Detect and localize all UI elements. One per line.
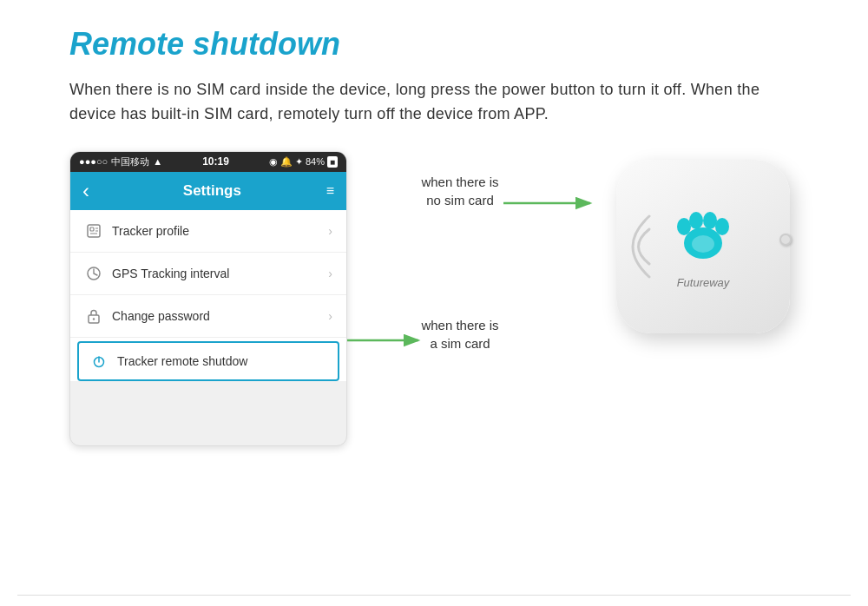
signal-dots: ●●●○○ [79, 156, 108, 167]
gps-interval-label: GPS Tracking interval [112, 267, 328, 280]
settings-item-tracker-profile[interactable]: Tracker profile › [70, 210, 346, 253]
svg-point-15 [677, 218, 691, 235]
paw-svg [667, 195, 740, 269]
gps-interval-icon [84, 264, 103, 283]
bluetooth-icon: ✦ [295, 156, 303, 168]
gps-interval-arrow: › [328, 267, 332, 280]
tracker-profile-arrow: › [328, 224, 332, 238]
battery-text: 84% [306, 156, 325, 167]
signal-rings-left [623, 203, 658, 293]
description-text: When there is no SIM card inside the dev… [69, 78, 781, 127]
status-time: 10:19 [202, 155, 229, 168]
carrier-name: 中国移动 [111, 155, 149, 168]
alarm-icon: 🔔 [280, 156, 293, 168]
battery-icon: ■ [327, 156, 338, 168]
no-sim-annotation: when there isno sim card [399, 173, 521, 209]
arrow-sim [347, 332, 425, 349]
nav-back-button[interactable]: ‹ [82, 179, 89, 203]
settings-item-gps-interval[interactable]: GPS Tracking interval › [70, 253, 346, 295]
location-icon: ◉ [269, 156, 278, 168]
page-container: Remote shutdown When there is no SIM car… [0, 0, 868, 606]
settings-list: Tracker profile › GPS Tracking interval … [70, 210, 346, 381]
svg-rect-1 [90, 227, 94, 231]
annotations-area: when there isno sim card when there isa … [356, 151, 816, 429]
status-right: ◉ 🔔 ✦ 84% ■ [269, 156, 338, 168]
settings-item-remote-shutdown[interactable]: Tracker remote shutdow [77, 341, 339, 381]
power-shutdown-icon [89, 352, 108, 371]
svg-point-19 [692, 235, 714, 253]
password-arrow: › [328, 309, 332, 323]
device-brand-label: Futureway [677, 276, 730, 289]
device-body: Futureway [616, 160, 790, 333]
bottom-divider [17, 595, 851, 596]
svg-point-16 [689, 212, 703, 229]
svg-point-7 [93, 318, 95, 319]
no-sim-text: when there isno sim card [421, 175, 498, 207]
arrow-no-sim [503, 190, 599, 216]
status-bar: ●●●○○ 中国移动 ▲ 10:19 ◉ 🔔 ✦ 84% ■ [70, 152, 346, 172]
page-title: Remote shutdown [69, 26, 816, 63]
sim-text: when there isa sim card [421, 318, 498, 351]
password-icon [84, 306, 103, 326]
status-left: ●●●○○ 中国移动 ▲ [79, 155, 162, 168]
power-button-indicator [779, 234, 792, 246]
phone-mockup: ●●●○○ 中国移动 ▲ 10:19 ◉ 🔔 ✦ 84% ■ ‹ Setting… [69, 151, 347, 446]
remote-shutdown-label: Tracker remote shutdow [117, 354, 327, 368]
password-label: Change password [112, 309, 328, 323]
phone-nav-bar: ‹ Settings ≡ [70, 172, 346, 210]
wifi-icon: ▲ [153, 156, 162, 167]
svg-point-18 [715, 218, 729, 235]
content-area: ●●●○○ 中国移动 ▲ 10:19 ◉ 🔔 ✦ 84% ■ ‹ Setting… [69, 151, 816, 446]
svg-point-17 [703, 212, 717, 229]
tracker-profile-label: Tracker profile [112, 224, 328, 238]
nav-menu-button[interactable]: ≡ [326, 183, 334, 199]
tracker-profile-icon [84, 221, 103, 240]
paw-print [667, 195, 740, 273]
nav-title: Settings [98, 182, 326, 200]
settings-item-password[interactable]: Change password › [70, 295, 346, 338]
